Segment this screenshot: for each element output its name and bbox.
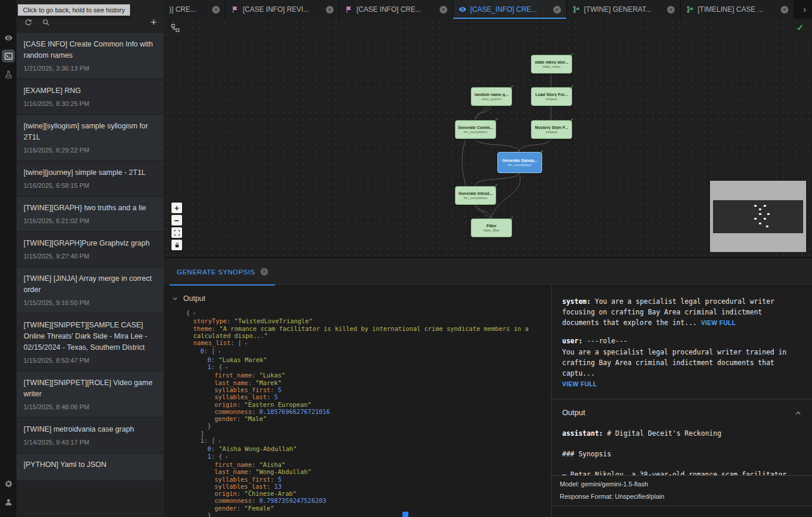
- open-tabs: )] CRE...×[CASE INFO] REVI...×[CASE INFO…: [164, 0, 794, 19]
- flask-icon[interactable]: [2, 68, 15, 81]
- prompt-list-item[interactable]: [TWINE][SNIPPET][SAMPLE CASE] Online Thr…: [16, 314, 164, 372]
- minimap-node-dot: [766, 226, 768, 227]
- refresh-icon[interactable]: [24, 18, 33, 27]
- prompt-list-item[interactable]: [TWINE][GRAPH} two truths and a lie1/16/…: [16, 197, 164, 232]
- prompt-title: [TWINE] metroidvania case graph: [24, 424, 157, 435]
- chevron-up-icon: [795, 410, 801, 416]
- bottom-panel-content: Output { ▾storyType: "TwistedLoveTriangl…: [164, 286, 812, 517]
- tab-close-icon[interactable]: ×: [326, 6, 334, 14]
- editor-tab[interactable]: [TIMELINE] CASE ...×: [681, 0, 794, 19]
- auto-layout-icon[interactable]: [171, 24, 180, 35]
- graph-node[interactable]: Mystery Style F...snippet✓: [531, 120, 572, 139]
- minimap-viewport: [713, 200, 803, 233]
- tab-close-icon[interactable]: ×: [553, 6, 561, 14]
- graph-canvas[interactable]: state mkey stor...state_mkey✓random name…: [164, 19, 812, 257]
- editor-tab[interactable]: [TWINE] GENERAT...×: [567, 0, 681, 19]
- output-section-toggle[interactable]: Output: [164, 286, 551, 308]
- lock-button[interactable]: [171, 240, 182, 250]
- tab-close-icon[interactable]: ×: [667, 6, 675, 14]
- output-collapse-header[interactable]: Output: [562, 399, 801, 420]
- graph-node[interactable]: Generate Introd...llm_completion✓: [455, 186, 496, 205]
- editor-tab[interactable]: [CASE_INFO] CRE...×: [453, 0, 567, 19]
- prompt-timestamp: 1/16/2025, 6:21:02 PM: [24, 217, 157, 224]
- graph-node[interactable]: state mkey stor...state_mkey✓: [531, 55, 572, 74]
- tab-generate-synopsis[interactable]: GENERATE SYNOPSIS ×: [170, 258, 275, 286]
- tab-close-icon[interactable]: ×: [212, 6, 220, 14]
- output-section-label: Output: [183, 294, 206, 303]
- graph-node[interactable]: Load Story For...snippet✓: [531, 87, 572, 106]
- prompts-panel-icon[interactable]: [2, 49, 15, 62]
- graph-node[interactable]: Filterstate_filter✓: [471, 218, 512, 237]
- zoom-fit-button[interactable]: [171, 227, 182, 238]
- prompt-list-item[interactable]: [TWINE] [JINJA] Array merge in correct o…: [16, 267, 164, 314]
- prompt-list-item[interactable]: [twine][syllogism] sample syllogism for …: [16, 115, 164, 161]
- output-json-pane: Output { ▾storyType: "TwistedLoveTriangl…: [164, 286, 552, 517]
- editor-tab[interactable]: [CASE INFO] CRE...×: [339, 0, 453, 19]
- prompt-title: [TWINE][SNIPPET][SAMPLE CASE] Online Thr…: [24, 320, 157, 353]
- tab-close-icon[interactable]: ×: [440, 6, 447, 14]
- search-icon[interactable]: [41, 18, 51, 27]
- node-subtitle: state_mkey: [543, 65, 561, 68]
- gear-icon[interactable]: [2, 477, 15, 490]
- json-line: theme: "A romance scam facilitator is ki…: [186, 325, 543, 340]
- json-line: first_name: "Lukas": [186, 372, 543, 379]
- minimap[interactable]: [710, 181, 806, 252]
- json-line: 1: { ▾: [186, 453, 543, 461]
- flag-icon: [231, 5, 239, 14]
- graph-node[interactable]: random name g...exec_python✓: [471, 87, 512, 106]
- minimap-node-dot: [759, 213, 761, 215]
- system-role-label: system:: [562, 297, 590, 306]
- user-view-full-link[interactable]: VIEW FULL: [562, 380, 597, 387]
- tab-close-icon[interactable]: ×: [781, 6, 788, 14]
- minimap-node-dot: [767, 213, 770, 215]
- prompt-list-item[interactable]: [twine][journey] simple sample - 2T1L1/1…: [16, 161, 164, 197]
- system-view-full-link[interactable]: VIEW FULL: [701, 319, 735, 326]
- graph-node[interactable]: Generate Synop...llm_completion✓: [497, 152, 542, 173]
- prompt-list-item[interactable]: [PYTHON] Yaml to JSON: [16, 453, 164, 482]
- add-prompt-button[interactable]: +: [150, 18, 157, 26]
- minimap-node-dot: [759, 208, 761, 210]
- editor-tab[interactable]: )] CRE...×: [164, 0, 226, 19]
- activity-bar-top: [0, 0, 16, 81]
- panel-resize-handle[interactable]: [402, 512, 408, 517]
- account-icon[interactable]: [2, 495, 15, 508]
- json-line: { ▾: [186, 309, 543, 317]
- sidebar-toolbar: +: [16, 13, 164, 33]
- json-line: last_name: "Marek": [186, 379, 543, 386]
- prompt-list-item[interactable]: [EXAMPLE] RNG1/16/2025, 8:30:25 PM: [16, 79, 164, 115]
- model-info-bar: Model: gemini/gemini-1.5-flash Response …: [552, 475, 812, 517]
- chevron-down-icon: [172, 296, 178, 301]
- tab-label: [CASE INFO] CRE...: [357, 5, 436, 14]
- node-success-check-icon: ✓: [569, 84, 574, 90]
- json-line: syllables_first: 5: [186, 476, 543, 483]
- minimap-node-dot: [764, 218, 766, 220]
- prompts-sidebar: Prompts + [CASE INFO] Create Common Info…: [16, 0, 164, 517]
- json-line: gender: "Male": [186, 415, 543, 422]
- minimap-node-dot: [754, 205, 757, 207]
- prompt-list-item[interactable]: [TWINE] metroidvania case graph1/14/2025…: [16, 418, 164, 453]
- node-success-check-icon: ✓: [569, 52, 574, 58]
- prompt-list-item[interactable]: [TWINE][SNIPPET][ROLE] Video game writer…: [16, 372, 164, 418]
- graph-node[interactable]: Generate Comm...llm_completion✓: [455, 120, 496, 139]
- zoom-in-button[interactable]: +: [171, 203, 182, 213]
- eye-icon[interactable]: [2, 31, 15, 44]
- node-subtitle: snippet: [546, 130, 557, 134]
- node-title: Mystery Style F...: [535, 125, 568, 130]
- node-subtitle: snippet: [546, 97, 557, 101]
- zoom-out-button[interactable]: −: [171, 215, 182, 226]
- tab-scroll-right-icon[interactable]: ›: [797, 4, 812, 15]
- editor-tab[interactable]: [CASE INFO] REVI...×: [226, 0, 339, 19]
- node-success-check-icon: ✓: [493, 183, 498, 189]
- prompt-list-item[interactable]: [TWINE][GRAPH]Pure Graphviz graph1/15/20…: [16, 232, 164, 267]
- user-role-line: ---role---: [587, 337, 628, 345]
- bottom-tab-close-icon[interactable]: ×: [260, 268, 268, 276]
- node-subtitle: state_filter: [483, 228, 500, 232]
- prompt-title: [twine][journey] simple sample - 2T1L: [24, 167, 157, 178]
- json-line: last_name: "Wong-Abdullah": [186, 468, 543, 475]
- tab-label: [TIMELINE] CASE ...: [698, 5, 777, 14]
- node-title: Generate Synop...: [502, 158, 537, 163]
- node-title: Filter: [486, 224, 496, 228]
- json-line: commonness: 0.18576966276721016: [186, 408, 543, 415]
- zoom-controls: + −: [171, 203, 182, 250]
- prompt-list-item[interactable]: [CASE INFO] Create Common Info with rand…: [16, 33, 164, 79]
